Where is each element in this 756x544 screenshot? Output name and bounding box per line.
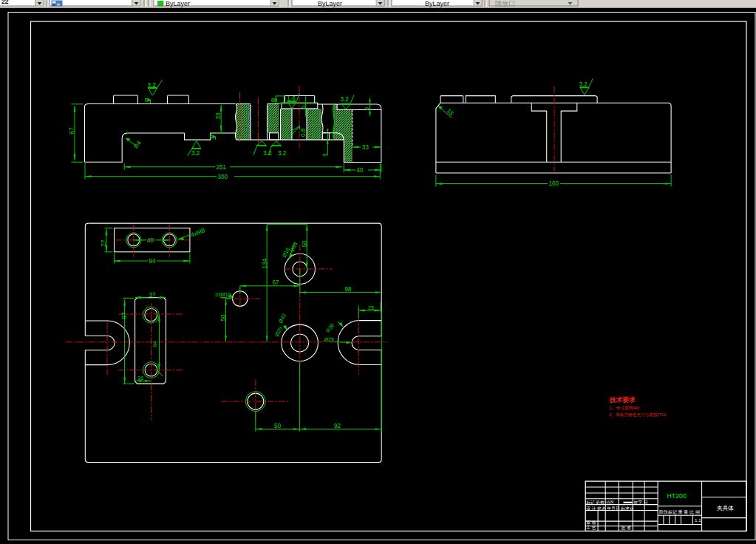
svg-text:94: 94: [149, 258, 157, 265]
svg-text:1:1: 1:1: [695, 517, 701, 523]
svg-text:随放口: 随放口: [495, 0, 515, 7]
svg-text:签字 日: 签字 日: [634, 500, 648, 506]
svg-text:9: 9: [321, 154, 328, 157]
svg-text:6: 6: [300, 106, 307, 109]
svg-text:251: 251: [217, 164, 227, 171]
svg-text:50: 50: [274, 423, 282, 429]
svg-text:27: 27: [101, 239, 107, 247]
svg-text:1、未注圆角R2: 1、未注圆角R2: [609, 405, 640, 411]
svg-text:160: 160: [549, 180, 559, 187]
svg-text:16: 16: [137, 375, 143, 381]
svg-text:3.2: 3.2: [579, 81, 588, 88]
svg-text:ByLayer: ByLayer: [166, 0, 190, 7]
svg-text:37: 37: [149, 292, 157, 299]
svg-text:3.2: 3.2: [278, 150, 287, 157]
svg-text:64: 64: [151, 341, 158, 347]
svg-text:67: 67: [69, 127, 75, 135]
svg-text:2、未标注铸造尺寸公差按IT12: 2、未标注铸造尺寸公差按IT12: [609, 412, 666, 418]
svg-text:134: 134: [262, 258, 268, 268]
svg-text:1.6: 1.6: [287, 95, 296, 102]
svg-text:67: 67: [273, 279, 280, 286]
svg-text:50: 50: [220, 314, 227, 322]
svg-text:设 计 签名 年月日 标准化: 设 计 签名 年月日 标准化: [586, 506, 634, 511]
svg-text:40: 40: [357, 167, 364, 174]
svg-text:ByLayer: ByLayer: [425, 0, 449, 7]
svg-text:3.2: 3.2: [191, 150, 200, 157]
svg-text:0.8: 0.8: [300, 128, 307, 137]
svg-text:标记 处数 分区: 标记 处数 分区: [585, 500, 614, 506]
svg-text:工 艺: 工 艺: [586, 525, 596, 530]
svg-text:40: 40: [147, 237, 154, 244]
svg-text:技术要求: 技术要求: [609, 396, 636, 404]
svg-text:25: 25: [368, 305, 374, 311]
svg-text:批 准: 批 准: [622, 526, 631, 531]
svg-text:33: 33: [215, 112, 222, 120]
svg-text:50: 50: [302, 240, 308, 248]
svg-text:300: 300: [218, 174, 228, 180]
svg-text:3.2: 3.2: [263, 150, 272, 157]
svg-text:ByLayer: ByLayer: [318, 0, 342, 7]
svg-text:33: 33: [362, 144, 370, 151]
svg-text:8: 8: [364, 107, 370, 110]
svg-text:98: 98: [345, 286, 353, 293]
svg-text:2xM10: 2xM10: [215, 291, 231, 298]
svg-text:22: 22: [1, 0, 9, 5]
svg-text:97: 97: [121, 312, 128, 319]
svg-text:92: 92: [334, 423, 341, 429]
svg-text:3.2: 3.2: [341, 96, 350, 103]
svg-text:阶段标记 重 量 比 例: 阶段标记 重 量 比 例: [659, 509, 700, 515]
svg-text:审 核: 审 核: [586, 520, 596, 525]
svg-text:夹具体: 夹具体: [717, 505, 734, 511]
svg-text:HT200: HT200: [667, 492, 687, 500]
svg-text:Ø25: Ø25: [324, 336, 335, 343]
